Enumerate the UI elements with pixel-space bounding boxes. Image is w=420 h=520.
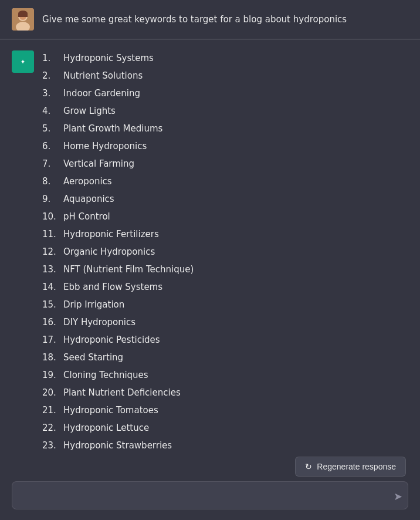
item-number: 9. [42, 192, 63, 206]
response-content: 1.Hydroponic Systems2.Nutrient Solutions… [42, 49, 408, 466]
item-text: Plant Growth Mediums [63, 121, 162, 136]
item-text: Vertical Farming [63, 157, 134, 171]
item-number: 8. [42, 174, 63, 188]
item-number: 18. [42, 350, 63, 364]
bottom-area: ↻ Regenerate response ➤ [0, 451, 420, 520]
item-text: Hydroponic Fertilizers [63, 227, 159, 241]
item-text: Hydroponic Systems [63, 51, 154, 65]
avatar-image [12, 8, 34, 31]
keyword-list: 1.Hydroponic Systems2.Nutrient Solutions… [42, 49, 408, 466]
item-text: Hydroponic Pesticides [63, 333, 160, 347]
list-item: 1.Hydroponic Systems [42, 49, 408, 67]
item-text: Hydroponic Lettuce [63, 421, 149, 435]
item-text: Indoor Gardening [63, 86, 140, 100]
item-number: 10. [42, 210, 63, 224]
item-number: 5. [42, 121, 63, 136]
regenerate-label: Regenerate response [317, 462, 396, 471]
send-icon: ➤ [394, 490, 402, 503]
list-item: 16.DIY Hydroponics [42, 313, 408, 331]
list-item: 4.Grow Lights [42, 102, 408, 120]
list-item: 2.Nutrient Solutions [42, 67, 408, 85]
item-text: pH Control [63, 210, 110, 224]
item-number: 11. [42, 227, 63, 241]
list-item: 13.NFT (Nutrient Film Technique) [42, 261, 408, 278]
list-item: 20.Plant Nutrient Deficiencies [42, 384, 408, 401]
item-text: Nutrient Solutions [63, 69, 143, 83]
message-input[interactable] [12, 481, 408, 509]
list-item: 12.Organic Hydroponics [42, 243, 408, 261]
list-item: 3.Indoor Gardening [42, 85, 408, 102]
list-item: 6.Home Hydroponics [42, 137, 408, 155]
item-text: Aquaponics [63, 192, 114, 206]
list-item: 22.Hydroponic Lettuce [42, 419, 408, 437]
item-text: Home Hydroponics [63, 139, 147, 153]
item-number: 21. [42, 403, 63, 417]
item-text: Grow Lights [63, 104, 116, 118]
item-number: 6. [42, 139, 63, 153]
item-text: DIY Hydroponics [63, 315, 136, 329]
item-text: Ebb and Flow Systems [63, 280, 162, 294]
item-text: NFT (Nutrient Film Technique) [63, 262, 194, 276]
item-number: 16. [42, 315, 63, 329]
item-number: 1. [42, 51, 63, 65]
input-wrapper: ➤ [12, 481, 408, 512]
user-message-text: Give me some great keywords to target fo… [42, 13, 347, 26]
user-message-bar: Give me some great keywords to target fo… [0, 0, 420, 39]
item-text: Hydroponic Tomatoes [63, 403, 158, 417]
list-item: 9.Aquaponics [42, 190, 408, 208]
item-number: 17. [42, 333, 63, 347]
list-item: 14.Ebb and Flow Systems [42, 278, 408, 296]
item-number: 12. [42, 245, 63, 259]
ai-response-area: ✦ 1.Hydroponic Systems2.Nutrient Solutio… [0, 40, 420, 466]
list-item: 8.Aeroponics [42, 173, 408, 190]
item-number: 3. [42, 86, 63, 100]
item-text: Plant Nutrient Deficiencies [63, 386, 181, 400]
item-text: Drip Irrigation [63, 298, 124, 312]
list-item: 5.Plant Growth Mediums [42, 120, 408, 137]
svg-text:✦: ✦ [21, 58, 26, 66]
ai-icon: ✦ [12, 50, 34, 73]
item-number: 22. [42, 421, 63, 435]
item-number: 20. [42, 386, 63, 400]
svg-rect-5 [18, 13, 28, 17]
item-number: 7. [42, 157, 63, 171]
list-item: 18.Seed Starting [42, 349, 408, 366]
list-item: 11.Hydroponic Fertilizers [42, 225, 408, 243]
list-item: 10.pH Control [42, 208, 408, 225]
send-button[interactable]: ➤ [394, 490, 402, 503]
item-number: 19. [42, 368, 63, 382]
list-item: 17.Hydroponic Pesticides [42, 331, 408, 349]
list-item: 7.Vertical Farming [42, 155, 408, 173]
item-number: 15. [42, 298, 63, 312]
item-text: Seed Starting [63, 350, 123, 364]
regenerate-button[interactable]: ↻ Regenerate response [295, 457, 406, 477]
user-avatar [12, 8, 34, 31]
list-item: 19.Cloning Techniques [42, 366, 408, 384]
item-number: 2. [42, 69, 63, 83]
item-text: Organic Hydroponics [63, 245, 155, 259]
regenerate-icon: ↻ [305, 462, 312, 471]
item-number: 14. [42, 280, 63, 294]
list-item: 21.Hydroponic Tomatoes [42, 401, 408, 419]
list-item: 15.Drip Irrigation [42, 296, 408, 313]
item-number: 4. [42, 104, 63, 118]
item-text: Cloning Techniques [63, 368, 148, 382]
item-text: Aeroponics [63, 174, 112, 188]
item-number: 13. [42, 262, 63, 276]
